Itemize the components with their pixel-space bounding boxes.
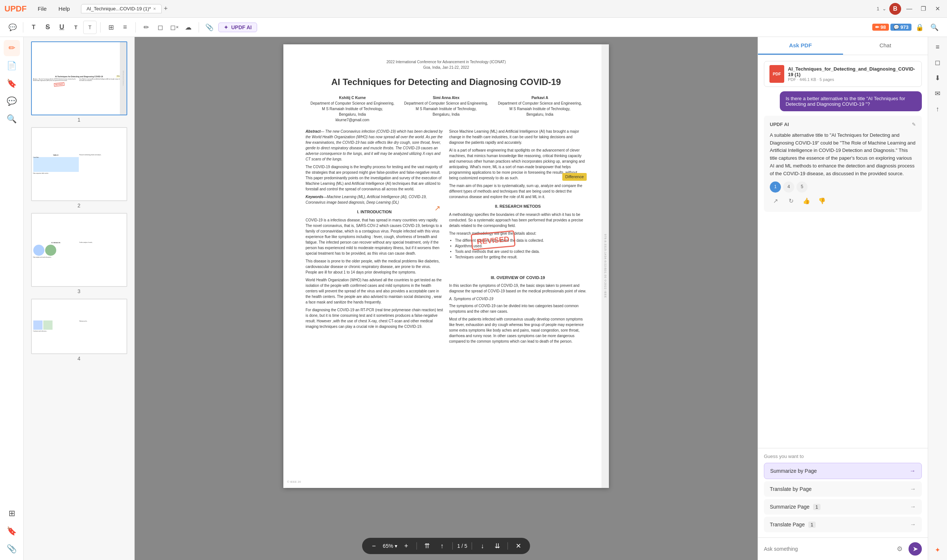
guess-translate-page-label: Translate Page 1 [770, 522, 816, 528]
pdf-left-col: Abstract— The new Coronavirus infection … [305, 129, 443, 346]
maximize-button[interactable]: ❐ [918, 4, 928, 14]
file-card[interactable]: PDF AI_Techniques_for_Detecting_and_Diag… [764, 61, 922, 87]
updf-ai-button[interactable]: ✦ UPDF AI [218, 23, 257, 32]
ai-actions: ↗ ↻ 👍 👎 [770, 195, 916, 207]
eraser-tool[interactable]: ◻✕ [168, 21, 181, 34]
pdf-title: AI Techniques for Detecting and Diagnosi… [305, 76, 587, 88]
sidebar-icon-layers[interactable]: ⊞ [4, 505, 20, 522]
list-tool[interactable]: ≡ [119, 21, 132, 34]
scroll-bottom-button[interactable]: ⇊ [491, 540, 503, 552]
text-replace-tool[interactable]: T [83, 21, 97, 34]
sidebar-icon-comments[interactable]: 💬 [4, 93, 20, 109]
close-viewer-button[interactable]: ✕ [512, 540, 524, 552]
ask-input[interactable] [764, 546, 891, 552]
tab-chat[interactable]: Chat [843, 37, 928, 55]
thumb-number-1: 1 [78, 117, 81, 123]
zoom-in-button[interactable]: + [400, 540, 412, 552]
user-avatar[interactable]: B [889, 3, 901, 15]
sidebar-icon-markup[interactable]: ✏ [4, 40, 20, 56]
highlight-tool[interactable]: T [27, 21, 40, 34]
scroll-down-button[interactable]: ↓ [477, 540, 488, 552]
annotation-tools: ✏ ◻ ◻✕ ☁ [139, 21, 195, 34]
thumbnail-3[interactable]: IV. RESULTS Data analysis and results di… [27, 213, 131, 294]
guess-arrow-2: → [910, 486, 916, 492]
sidebar-icon-attachments[interactable]: 📎 [4, 541, 20, 557]
tab-ask-pdf[interactable]: Ask PDF [758, 37, 843, 55]
text-insert-tool[interactable]: T [69, 21, 82, 34]
shape-tool[interactable]: ◻ [154, 21, 167, 34]
menu-file[interactable]: File [32, 4, 52, 13]
guess-translate-page[interactable]: Translate Page 1 → [764, 517, 922, 532]
scroll-top-button[interactable]: ⇈ [421, 540, 433, 552]
thumbnail-2[interactable]: TABLE I Chart/Table Data comparison tabl… [27, 127, 131, 208]
share-button[interactable]: ↗ [770, 195, 781, 207]
page-chip-4[interactable]: 4 [783, 182, 794, 192]
table-tool[interactable]: ⊞ [104, 21, 118, 34]
sidebar-icon-bookmarks[interactable]: 🔖 [4, 75, 20, 92]
bottom-separator-1 [416, 542, 417, 550]
ai-tab-bar: Ask PDF Chat [758, 37, 928, 55]
stamp-tool[interactable]: ☁ [182, 21, 195, 34]
pdf-authors: Kshitij C Kurne Department of Computer S… [305, 95, 587, 123]
window-controls: — ❐ ✕ [904, 4, 942, 14]
menu-help[interactable]: Help [53, 4, 75, 13]
page-chip-5[interactable]: 5 [796, 182, 808, 192]
attachment-tool[interactable]: 📎 [203, 21, 216, 34]
file-name: AI_Techniques_for_Detecting_and_Diagnosi… [788, 66, 916, 77]
overview-section-title: III. OVERVIEW OF COVID-19 [449, 275, 587, 281]
tab-close-button[interactable]: × [153, 6, 156, 11]
thumbnail-4[interactable]: Conclusion and references... References … [27, 298, 131, 362]
thumb-number-3: 3 [78, 288, 81, 294]
zoom-level: 65% [383, 543, 393, 549]
guess-translate-by-page[interactable]: Translate by Page → [764, 481, 922, 497]
drawing-tools: ⊞ ≡ [104, 21, 132, 34]
far-icon-logo-bottom[interactable]: ✦ [931, 543, 945, 557]
ai-chat-area[interactable]: PDF AI_Techniques_for_Detecting_and_Diag… [758, 55, 928, 448]
zoom-out-button[interactable]: − [368, 540, 380, 552]
thumbs-down-button[interactable]: 👎 [816, 195, 828, 207]
author-1: Kshitij C Kurne Department of Computer S… [310, 95, 394, 123]
guess-title: Guess you want to [764, 454, 922, 459]
thumbs-up-button[interactable]: 👍 [801, 195, 812, 207]
ai-panel: Ask PDF Chat PDF AI_Techniques_for_Detec… [757, 37, 928, 560]
new-tab-button[interactable]: + [164, 5, 168, 12]
page-chip-1[interactable]: 1 [770, 182, 781, 192]
sidebar-icon-bookmarks2[interactable]: 🔖 [4, 523, 20, 539]
ask-settings-icon[interactable]: ⚙ [894, 543, 905, 555]
minimize-button[interactable]: — [904, 4, 915, 14]
sidebar-icon-pages[interactable]: 📄 [4, 58, 20, 74]
underline-tool[interactable]: U [55, 21, 68, 34]
far-icon-download[interactable]: ⬇ [931, 71, 945, 85]
far-icon-menu[interactable]: ≡ [931, 40, 945, 54]
search-button[interactable]: 🔍 [928, 21, 941, 34]
zoom-dropdown-icon[interactable]: ▾ [395, 543, 397, 549]
far-icon-email[interactable]: ✉ [931, 86, 945, 100]
ai-response-text: A suitable alternative title to "AI Tech… [770, 132, 916, 178]
app-logo: UPDF [5, 4, 27, 14]
translate-page-number: 1 [808, 522, 815, 528]
guess-summarize-page[interactable]: Summarize Page 1 → [764, 499, 922, 515]
close-button[interactable]: ✕ [932, 4, 942, 14]
badge-right-icon: 💬 [893, 25, 901, 30]
far-icon-view[interactable]: ◻ [931, 55, 945, 69]
refresh-button[interactable]: ↻ [785, 195, 796, 207]
scroll-up-button[interactable]: ↑ [436, 540, 448, 552]
pen-tool[interactable]: ✏ [139, 21, 153, 34]
lock-button[interactable]: 🔒 [913, 21, 926, 34]
ai-edit-button[interactable]: ✎ [912, 121, 916, 129]
far-icon-share[interactable]: ↑ [931, 102, 945, 116]
pdf-viewer[interactable]: 2022 International Conference for Advanc… [135, 37, 757, 560]
active-tab[interactable]: AI_Technique...COVID-19 (1)* × [81, 4, 162, 13]
count-badges: ✏ 98 💬 973 🔒 🔍 [872, 21, 941, 34]
comment-tool[interactable]: 💬 [6, 21, 19, 34]
sidebar-icon-search[interactable]: 🔍 [4, 111, 20, 127]
ask-send-button[interactable]: ➤ [908, 542, 922, 555]
page-display: 1 / 5 [457, 543, 467, 549]
guess-summarize-by-page[interactable]: Summarize by Page → [764, 463, 922, 479]
author-3: Parkavi A Department of Computer Science… [498, 95, 582, 123]
file-info: AI_Techniques_for_Detecting_and_Diagnosi… [788, 66, 916, 82]
thumbnail-1[interactable]: AI Techniques for Detecting and Diagnosi… [27, 42, 131, 123]
strikethrough-tool[interactable]: S [41, 21, 54, 34]
guess-arrow-3: → [910, 503, 916, 510]
text-tools: T S U T T [27, 21, 97, 34]
